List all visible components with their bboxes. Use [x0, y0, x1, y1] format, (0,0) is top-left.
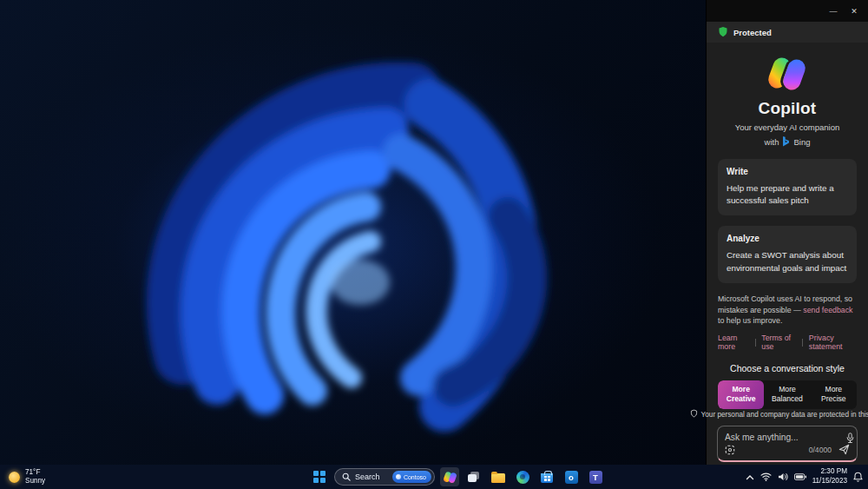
- privacy-shield-icon: [690, 409, 698, 420]
- char-counter: 0/4000: [809, 446, 832, 454]
- panel-titlebar: — ✕: [707, 0, 868, 22]
- screenshot-capture-icon[interactable]: [725, 445, 735, 455]
- bing-logo-icon: [782, 136, 790, 147]
- suggestion-card-write[interactable]: Write Help me prepare and write a succes…: [718, 159, 857, 215]
- copilot-hero: Copilot Your everyday AI companion with …: [707, 43, 868, 147]
- taskbar-app-file-explorer[interactable]: [489, 467, 508, 486]
- clock-time: 2:30 PM: [812, 467, 847, 477]
- notification-bell-icon[interactable]: [853, 472, 863, 482]
- taskbar-app-task-view[interactable]: [464, 467, 483, 486]
- suggestion-card-analyze[interactable]: Analyze Create a SWOT analysis about env…: [718, 226, 857, 282]
- divider: [755, 339, 756, 347]
- volume-icon[interactable]: [778, 472, 788, 481]
- desktop: — ✕ Protected Copilot Your everyday AI c…: [0, 0, 868, 489]
- card-text: Create a SWOT analysis about environment…: [727, 249, 848, 274]
- sun-icon: [9, 472, 20, 483]
- org-logo-icon: [396, 474, 401, 479]
- taskbar-clock[interactable]: 2:30 PM 11/15/2023: [812, 467, 847, 486]
- task-view-icon: [468, 472, 480, 483]
- edge-browser-icon: [516, 471, 529, 484]
- taskbar: 71°F Sunny Search Contoso: [0, 465, 868, 489]
- with-bing-row: with Bing: [707, 136, 868, 147]
- wifi-icon[interactable]: [760, 472, 772, 481]
- org-badge-label: Contoso: [404, 474, 426, 480]
- style-more-balanced[interactable]: More Balanced: [764, 380, 810, 409]
- teams-icon: T: [589, 471, 602, 484]
- page-title: Copilot: [707, 99, 868, 118]
- taskbar-app-edge[interactable]: [513, 467, 532, 486]
- disclaimer-text-after: to help us improve.: [718, 316, 782, 325]
- style-more-creative[interactable]: More Creative: [718, 380, 764, 409]
- weather-widget[interactable]: 71°F Sunny: [9, 468, 45, 486]
- option-line: More: [811, 385, 857, 394]
- send-icon[interactable]: [838, 444, 850, 455]
- weather-temp: 71°F: [25, 468, 45, 477]
- search-icon: [342, 469, 351, 485]
- chat-input[interactable]: [725, 433, 840, 442]
- divider: [802, 339, 803, 347]
- search-org-badge: Contoso: [392, 471, 431, 483]
- copilot-logo-icon: [767, 54, 807, 94]
- start-button[interactable]: [310, 467, 329, 486]
- card-text: Help me prepare and write a successful s…: [727, 182, 848, 207]
- style-options-group: More Creative More Balanced More Precise: [718, 380, 857, 409]
- taskbar-app-outlook[interactable]: o: [562, 467, 581, 486]
- outlook-icon: o: [565, 471, 578, 484]
- chat-composer[interactable]: 0/4000: [717, 426, 858, 462]
- card-category: Analyze: [727, 234, 848, 243]
- clock-date: 11/15/2023: [812, 477, 847, 486]
- protected-label: Protected: [733, 28, 772, 37]
- taskbar-app-teams[interactable]: T: [586, 467, 605, 486]
- learn-more-link[interactable]: Learn more: [718, 334, 749, 351]
- conversation-style-chooser: Choose a conversation style More Creativ…: [707, 351, 868, 409]
- privacy-statement-link[interactable]: Privacy statement: [809, 334, 857, 351]
- shield-icon: [718, 26, 728, 39]
- copilot-tagline: Your everyday AI companion: [707, 122, 868, 132]
- card-category: Write: [727, 167, 848, 176]
- option-line: More: [718, 385, 764, 394]
- microsoft-store-icon: [541, 473, 553, 483]
- protected-badge: Protected: [707, 22, 868, 43]
- taskbar-search-input[interactable]: Search Contoso: [334, 468, 435, 486]
- style-more-precise[interactable]: More Precise: [811, 380, 857, 409]
- folder-icon: [491, 473, 505, 483]
- bing-label: Bing: [793, 137, 810, 147]
- windows-logo-icon: [313, 471, 326, 483]
- search-label: Search: [355, 472, 388, 481]
- system-tray: 2:30 PM 11/15/2023: [746, 467, 863, 486]
- suggestion-cards: Write Help me prepare and write a succes…: [707, 147, 868, 283]
- minimize-button[interactable]: —: [825, 3, 842, 19]
- option-line: Balanced: [764, 394, 810, 404]
- battery-icon[interactable]: [794, 473, 806, 480]
- option-line: More: [764, 385, 810, 394]
- terms-of-use-link[interactable]: Terms of use: [761, 334, 796, 351]
- copilot-icon: [444, 471, 457, 484]
- with-label: with: [765, 137, 779, 147]
- taskbar-app-store[interactable]: [537, 467, 556, 486]
- send-feedback-link[interactable]: send feedback: [803, 306, 852, 314]
- tray-chevron-icon[interactable]: [746, 474, 754, 480]
- footer-links: Learn more Terms of use Privacy statemen…: [707, 327, 868, 351]
- option-line: Creative: [718, 394, 764, 404]
- option-line: Precise: [811, 394, 857, 404]
- microphone-icon[interactable]: [845, 433, 855, 444]
- weather-condition: Sunny: [25, 477, 45, 486]
- copilot-panel: — ✕ Protected Copilot Your everyday AI c…: [706, 0, 868, 465]
- close-button[interactable]: ✕: [845, 3, 863, 19]
- data-protection-text: Your personal and company data are prote…: [701, 411, 868, 419]
- ai-disclaimer: Microsoft Copilot uses AI to respond, so…: [707, 283, 868, 327]
- style-chooser-heading: Choose a conversation style: [718, 363, 857, 373]
- taskbar-app-copilot[interactable]: [440, 467, 459, 486]
- data-protection-note: Your personal and company data are prote…: [707, 409, 868, 426]
